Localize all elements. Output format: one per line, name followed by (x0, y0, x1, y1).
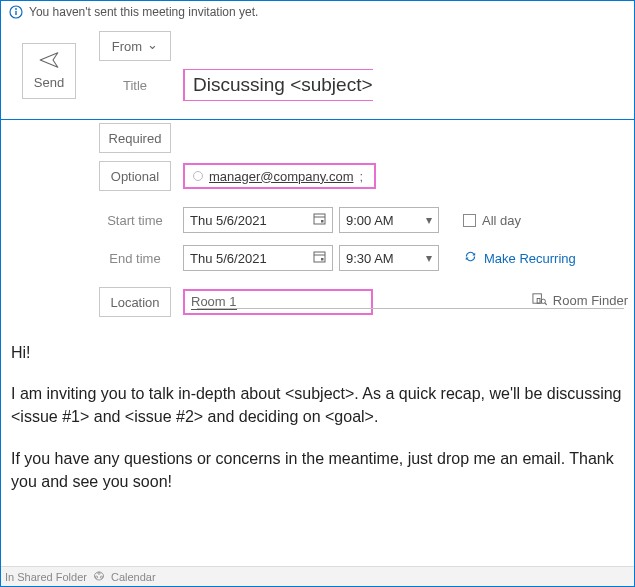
svg-rect-10 (537, 299, 540, 304)
svg-line-12 (545, 303, 547, 305)
body-paragraph: Hi! (11, 341, 624, 364)
status-calendar: Calendar (111, 571, 156, 583)
body-paragraph: I am inviting you to talk in-depth about… (11, 382, 624, 428)
status-folder: In Shared Folder (5, 571, 87, 583)
svg-point-14 (98, 572, 100, 574)
send-icon (39, 52, 59, 71)
from-button[interactable]: From (99, 31, 171, 61)
info-text: You haven't sent this meeting invitation… (29, 5, 258, 19)
optional-label: Optional (111, 169, 159, 184)
recurring-icon (463, 249, 478, 267)
chevron-down-icon: ▾ (426, 213, 432, 227)
message-body[interactable]: Hi! I am inviting you to talk in-depth a… (11, 341, 624, 511)
end-time-input[interactable]: 9:30 AM ▾ (339, 245, 439, 271)
make-recurring-button[interactable]: Make Recurring (463, 249, 576, 267)
svg-rect-5 (321, 220, 324, 223)
chevron-down-icon: ▾ (426, 251, 432, 265)
optional-button[interactable]: Optional (99, 161, 171, 191)
svg-point-2 (15, 8, 17, 10)
from-label: From (112, 39, 142, 54)
optional-highlight: manager@company.com; (183, 163, 376, 189)
room-finder-label: Room Finder (553, 293, 628, 308)
room-finder-icon (532, 291, 547, 309)
required-button[interactable]: Required (99, 123, 171, 153)
title-input[interactable] (185, 70, 438, 100)
svg-point-15 (95, 576, 97, 578)
svg-rect-8 (321, 258, 324, 261)
allday-checkbox[interactable] (463, 214, 476, 227)
optional-suffix: ; (359, 169, 363, 184)
end-label: End time (99, 251, 171, 266)
location-button[interactable]: Location (99, 287, 171, 317)
calendar-icon (313, 250, 326, 266)
room-finder-button[interactable]: Room Finder (532, 291, 628, 309)
svg-point-16 (100, 576, 102, 578)
end-time-value: 9:30 AM (346, 251, 394, 266)
end-date-value: Thu 5/6/2021 (190, 251, 267, 266)
optional-recipient[interactable]: manager@company.com (209, 169, 353, 184)
recurring-label: Make Recurring (484, 251, 576, 266)
title-highlight (183, 69, 373, 101)
body-paragraph: If you have any questions or concerns in… (11, 447, 624, 493)
start-label: Start time (99, 213, 171, 228)
start-time-input[interactable]: 9:00 AM ▾ (339, 207, 439, 233)
allday-label: All day (482, 213, 521, 228)
calendar-icon (313, 212, 326, 228)
start-date-value: Thu 5/6/2021 (190, 213, 267, 228)
send-label: Send (34, 75, 64, 90)
calendar-small-icon (93, 570, 105, 584)
title-label: Title (99, 78, 171, 93)
required-label: Required (109, 131, 162, 146)
status-bar: In Shared Folder Calendar (1, 566, 634, 586)
info-bar: You haven't sent this meeting invitation… (1, 1, 634, 23)
location-highlight: Room 1 (183, 289, 373, 315)
presence-icon (193, 171, 203, 181)
send-button[interactable]: Send (22, 43, 76, 99)
start-time-value: 9:00 AM (346, 213, 394, 228)
start-date-input[interactable]: Thu 5/6/2021 (183, 207, 333, 233)
location-label: Location (110, 295, 159, 310)
divider (1, 119, 634, 120)
info-icon (9, 5, 23, 19)
end-date-input[interactable]: Thu 5/6/2021 (183, 245, 333, 271)
svg-rect-1 (15, 11, 16, 15)
